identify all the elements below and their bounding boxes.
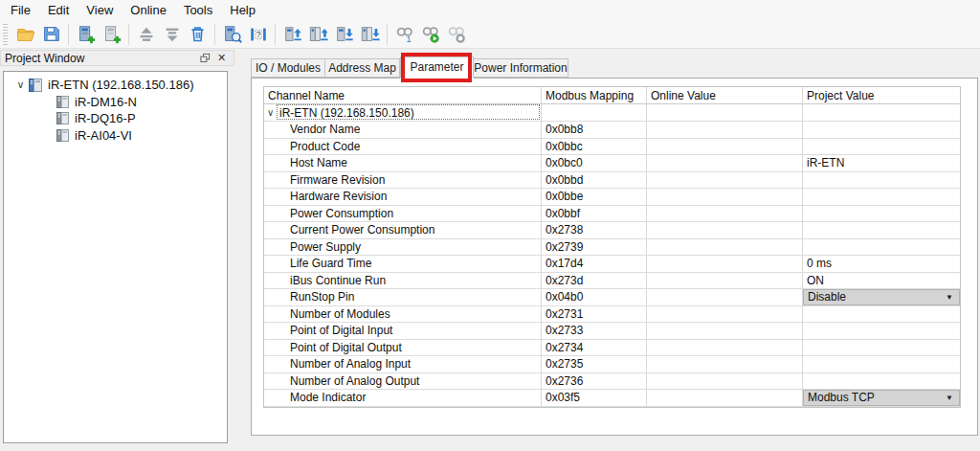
chevron-expanded-icon[interactable]: ∨ (267, 107, 279, 118)
cell-online-value[interactable] (647, 356, 803, 373)
download-all-modules-button[interactable] (357, 21, 383, 47)
cell-online-value[interactable] (647, 273, 803, 290)
menu-item-online[interactable]: Online (122, 1, 175, 19)
cell-online-value[interactable] (647, 340, 803, 357)
cell-project-value[interactable] (803, 356, 960, 373)
cell-modbus-mapping[interactable]: 0x04b0 (542, 289, 647, 306)
cell-project-value[interactable] (803, 222, 960, 239)
cell-channel-name[interactable]: Hardware Revision (264, 189, 542, 206)
cell-project-value[interactable] (803, 172, 960, 190)
cell-project-value[interactable]: 0 ms (803, 256, 960, 273)
disconnect-button[interactable] (443, 21, 469, 47)
cell-modbus-mapping[interactable]: 0x2736 (542, 373, 647, 391)
group-row[interactable]: ∨ iR-ETN (192.168.150.186) (264, 104, 960, 122)
compare-project-button[interactable]: ? (245, 21, 271, 47)
cell-online-value[interactable] (647, 323, 803, 340)
insert-module-button[interactable] (99, 21, 124, 47)
cell-modbus-mapping[interactable]: 0x0bbd (542, 172, 647, 190)
cell-channel-name[interactable]: Vendor Name (264, 122, 542, 139)
cell-channel-name[interactable]: Number of Analog Input (264, 356, 542, 373)
menu-item-file[interactable]: File (2, 1, 39, 19)
cell-channel-name[interactable]: Life Guard Time (264, 256, 542, 273)
cell-online-value[interactable] (647, 189, 803, 206)
cell-modbus-mapping[interactable]: 0x2739 (542, 239, 647, 257)
menu-item-help[interactable]: Help (221, 1, 264, 19)
cell-online-value[interactable] (647, 239, 803, 257)
cell-online-value[interactable] (647, 373, 803, 391)
cell-channel-name[interactable]: Number of Analog Output (264, 373, 542, 391)
cell-modbus-mapping[interactable]: 0x273d (542, 273, 647, 290)
menu-item-view[interactable]: View (78, 1, 122, 19)
cell-modbus-mapping[interactable]: 0x2735 (542, 356, 647, 373)
cell-channel-name[interactable]: Product Code (264, 139, 542, 156)
cell-modbus-mapping[interactable]: 0x0bbe (542, 189, 647, 206)
cell-project-value[interactable]: Disable▼ (803, 289, 960, 306)
cell-channel-name[interactable]: Point of Digital Input (264, 323, 542, 340)
open-project-button[interactable] (12, 21, 38, 47)
cell-online-value[interactable] (647, 206, 803, 223)
cell-modbus-mapping[interactable]: 0x2738 (542, 222, 647, 239)
cell-online-value[interactable] (647, 155, 803, 172)
cell-modbus-mapping[interactable] (542, 104, 647, 122)
upload-module-button[interactable] (279, 21, 305, 47)
cell-modbus-mapping[interactable]: 0x2733 (542, 323, 647, 340)
project-value-dropdown[interactable]: Modbus TCP▼ (803, 390, 960, 406)
menu-item-tools[interactable]: Tools (175, 1, 221, 19)
project-value-dropdown[interactable]: Disable▼ (803, 289, 960, 305)
cell-project-value[interactable]: iR-ETN (803, 155, 960, 172)
cell-online-value[interactable] (647, 104, 803, 122)
tree-item-ir-dq16-p[interactable]: iR-DQ16-P (4, 110, 227, 127)
cell-channel-name[interactable]: iBus Continue Run (264, 273, 542, 290)
cell-channel-name[interactable]: Firmware Revision (264, 172, 542, 190)
scan-modules-button[interactable] (219, 21, 245, 47)
cell-channel-name[interactable]: Power Supply (264, 239, 542, 257)
save-project-button[interactable] (38, 21, 64, 47)
move-module-up-button[interactable] (133, 21, 159, 47)
cell-channel-name[interactable]: Host Name (264, 155, 542, 172)
cell-channel-name[interactable]: Number of Modules (264, 306, 542, 324)
cell-online-value[interactable] (647, 289, 803, 306)
cell-modbus-mapping[interactable]: 0x17d4 (542, 256, 647, 273)
menu-item-edit[interactable]: Edit (39, 1, 78, 19)
move-module-down-button[interactable] (159, 21, 185, 47)
cell-project-value[interactable] (803, 104, 960, 122)
cell-online-value[interactable] (647, 172, 803, 190)
cell-online-value[interactable] (647, 122, 803, 139)
column-header-project-value[interactable]: Project Value (803, 87, 960, 104)
cell-project-value[interactable] (803, 239, 960, 257)
group-row-cell[interactable]: ∨ iR-ETN (192.168.150.186) (264, 104, 542, 122)
tree-item-ir-ai04-vi[interactable]: iR-AI04-VI (4, 127, 227, 145)
cell-project-value[interactable] (803, 122, 960, 139)
cell-modbus-mapping[interactable]: 0x0bb8 (542, 122, 647, 139)
download-module-button[interactable] (331, 21, 357, 47)
cell-channel-name[interactable]: Current Power Consumption (264, 222, 542, 239)
cell-project-value[interactable] (803, 206, 960, 223)
tab-power-information[interactable]: Power Information (474, 58, 568, 78)
add-module-button[interactable] (73, 21, 99, 47)
cell-channel-name[interactable]: RunStop Pin (264, 289, 542, 306)
cell-project-value[interactable] (803, 306, 960, 324)
cell-online-value[interactable] (647, 256, 803, 273)
column-header-online-value[interactable]: Online Value (647, 87, 803, 104)
cell-project-value[interactable]: Modbus TCP▼ (803, 390, 960, 407)
column-header-modbus-mapping[interactable]: Modbus Mapping (542, 87, 647, 104)
cell-modbus-mapping[interactable]: 0x0bc0 (542, 155, 647, 172)
cell-modbus-mapping[interactable]: 0x2734 (542, 340, 647, 357)
column-header-channel-name[interactable]: Channel Name (264, 87, 542, 104)
float-panel-button[interactable] (197, 52, 213, 65)
tab-address-map[interactable]: Address Map (325, 58, 400, 78)
cell-project-value[interactable] (803, 340, 960, 357)
cell-online-value[interactable] (647, 390, 803, 407)
cell-channel-name[interactable]: Mode Indicator (264, 390, 542, 407)
close-panel-button[interactable]: ✕ (213, 52, 230, 65)
cell-modbus-mapping[interactable]: 0x03f5 (542, 390, 647, 407)
tab-parameter[interactable]: Parameter (400, 56, 474, 79)
tree-item-ir-dm16-n[interactable]: iR-DM16-N (4, 94, 227, 111)
tree-item-ir-etn-192-168-150-186[interactable]: ∨iR-ETN (192.168.150.186) (4, 77, 227, 94)
cell-project-value[interactable] (803, 373, 960, 391)
cell-project-value[interactable] (803, 189, 960, 206)
cell-modbus-mapping[interactable]: 0x2731 (542, 306, 647, 324)
cell-online-value[interactable] (647, 222, 803, 239)
cell-online-value[interactable] (647, 139, 803, 156)
cell-project-value[interactable] (803, 323, 960, 340)
